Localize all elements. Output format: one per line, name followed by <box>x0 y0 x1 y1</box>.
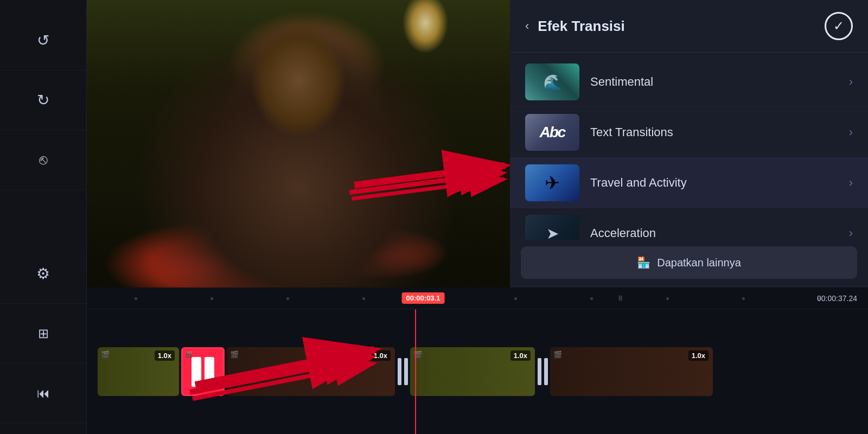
pause-marker[interactable] <box>397 347 408 396</box>
acceleration-item[interactable]: ➤ Acceleration › <box>510 208 868 240</box>
back-button[interactable]: ‹ <box>525 19 529 33</box>
settings-icon: ⚙ <box>36 265 50 283</box>
panel-title: Efek Transisi <box>538 18 825 35</box>
timeline-ruler: 00:00:03.1 8 00:00:37.24 <box>87 288 868 309</box>
clip-label-3: 1.0x <box>510 350 531 361</box>
transition-marker[interactable]: 🎬 <box>181 347 225 396</box>
check-icon: ✓ <box>833 18 844 34</box>
clip-segment-4[interactable]: 🎬 1.0x <box>550 347 713 396</box>
back-start-icon: ⏮ <box>37 386 50 401</box>
ruler-dot <box>590 297 593 300</box>
ruler-dot <box>286 297 289 300</box>
undo-icon: ↺ <box>37 31 49 49</box>
top-area: ‹ Efek Transisi ✓ 🌊 Sentimental › <box>87 0 868 288</box>
video-frame <box>87 0 510 288</box>
split-button[interactable]: ⊞ <box>0 304 86 363</box>
travel-thumb: ✈ <box>525 164 579 201</box>
video-preview <box>87 0 510 288</box>
trans-bar-left <box>192 357 201 387</box>
trans-bar-right <box>205 357 214 387</box>
plane-icon: ✈ <box>545 172 560 194</box>
sentimental-pattern: 🌊 <box>525 63 579 100</box>
sentimental-chevron: › <box>849 75 853 89</box>
trans-film-icon: 🎬 <box>185 351 193 358</box>
travel-activity-label: Travel and Activity <box>590 176 849 190</box>
pause-bars <box>398 358 408 385</box>
sentimental-thumb: 🌊 <box>525 63 579 100</box>
accel-icon: ➤ <box>546 225 559 240</box>
sentimental-item[interactable]: 🌊 Sentimental › <box>510 57 868 107</box>
undo-button[interactable]: ↺ <box>0 11 86 71</box>
right-panel: ‹ Efek Transisi ✓ 🌊 Sentimental › <box>510 0 868 288</box>
clip-film-icon-4: 🎬 <box>553 350 562 359</box>
clip-segment-3[interactable]: 🎬 1.0x <box>410 347 535 396</box>
ruler-dot <box>742 297 745 300</box>
pause-marker-2[interactable] <box>537 347 548 396</box>
text-transitions-chevron: › <box>849 125 853 139</box>
clip-label-1: 1.0x <box>155 350 175 361</box>
clip-label-4: 1.0x <box>688 350 709 361</box>
total-time-display: 00:00:37.24 <box>817 294 857 303</box>
text-transitions-item[interactable]: Abc Text Transitions › <box>510 107 868 158</box>
clip-label-2: 1.0x <box>371 350 391 361</box>
pause-bar-left-2 <box>538 358 541 385</box>
accel-thumb: ➤ <box>525 215 579 240</box>
clip-segment-1[interactable]: 🎬 1.0x <box>98 347 179 396</box>
travel-chevron: › <box>849 176 853 190</box>
current-time-marker: 00:00:03.1 <box>402 292 445 304</box>
clip-film-icon-1: 🎬 <box>101 350 110 359</box>
redo-icon: ↻ <box>37 91 49 109</box>
sidebar: ↺ ↻ ⎋ ⚙ ⊞ ⏮ <box>0 0 87 434</box>
ruler-dot <box>135 297 137 300</box>
timeline-cursor <box>415 309 416 434</box>
pause-bars-2 <box>538 358 548 385</box>
redo-button[interactable]: ↻ <box>0 71 86 130</box>
ruler-dot <box>666 297 669 300</box>
clip-segment-2[interactable]: 🎬 1.0x <box>227 347 395 396</box>
transition-inner <box>192 357 214 387</box>
split-icon: ⊞ <box>38 326 49 341</box>
accel-chevron: › <box>849 226 853 240</box>
share-icon: ⎋ <box>39 151 48 168</box>
text-transitions-label: Text Transitions <box>590 125 849 139</box>
get-more-button[interactable]: 🏪 Dapatkan lainnya <box>521 246 857 279</box>
sentimental-label: Sentimental <box>590 75 849 89</box>
acceleration-label: Acceleration <box>590 226 849 240</box>
panel-header: ‹ Efek Transisi ✓ <box>510 0 868 53</box>
ruler-number: 8 <box>618 294 622 302</box>
pause-bar-right <box>404 358 408 385</box>
settings-button[interactable]: ⚙ <box>0 244 86 304</box>
store-icon: 🏪 <box>637 256 650 269</box>
timeline-track: 🎬 1.0x 🎬 🎬 1.0x <box>87 309 868 434</box>
ruler-dot <box>210 297 213 300</box>
ruler-dots <box>87 298 868 299</box>
share-button[interactable]: ⎋ <box>0 130 86 190</box>
text-transitions-abc: Abc <box>540 124 565 141</box>
ruler-dot <box>514 297 517 300</box>
text-transitions-thumb: Abc <box>525 114 579 151</box>
travel-activity-item[interactable]: ✈ Travel and Activity › <box>510 158 868 208</box>
ruler-dot <box>362 297 365 300</box>
main-area: ‹ Efek Transisi ✓ 🌊 Sentimental › <box>87 0 868 434</box>
timeline-area: 00:00:03.1 8 00:00:37.24 🎬 1. <box>87 288 868 434</box>
pause-bar-right-2 <box>544 358 548 385</box>
confirm-button[interactable]: ✓ <box>825 12 853 40</box>
get-more-label: Dapatkan lainnya <box>657 257 741 269</box>
transition-list: 🌊 Sentimental › Abc Text Transitions › <box>510 53 868 240</box>
clip-film-icon-2: 🎬 <box>230 350 239 359</box>
back-start-button[interactable]: ⏮ <box>0 363 86 423</box>
video-person <box>87 0 510 288</box>
pause-bar-left <box>398 358 401 385</box>
